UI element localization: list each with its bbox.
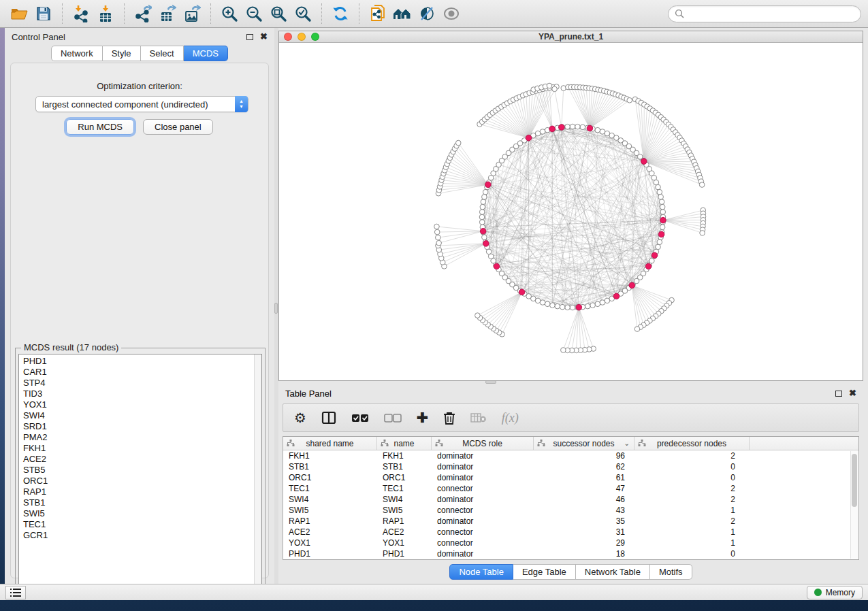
splitter-grip[interactable] xyxy=(274,303,278,314)
export-image-icon[interactable] xyxy=(180,3,204,24)
network-graph-canvas[interactable] xyxy=(279,43,863,380)
network-view-title: YPA_prune.txt_1 xyxy=(279,32,863,42)
open-folder-icon[interactable] xyxy=(7,3,31,24)
table-cell: 0 xyxy=(634,472,750,483)
mcds-result-item[interactable]: ORC1 xyxy=(23,476,261,486)
mcds-result-item[interactable]: PHD1 xyxy=(23,356,261,367)
search-box[interactable] xyxy=(668,5,861,22)
table-row[interactable]: ORC1ORC1dominator610 xyxy=(283,472,858,483)
table-row[interactable]: YOX1YOX1connector291 xyxy=(283,538,858,548)
table-row[interactable]: SWI5SWI5connector431 xyxy=(283,505,858,516)
tab-node-table[interactable]: Node Table xyxy=(449,564,513,580)
tab-style[interactable]: Style xyxy=(103,46,141,61)
tab-network-table[interactable]: Network Table xyxy=(576,564,650,580)
refresh-icon[interactable] xyxy=(328,3,353,24)
table-cell: connector xyxy=(432,483,534,494)
mcds-result-item[interactable]: SWI5 xyxy=(23,508,261,519)
delete-icon[interactable] xyxy=(443,408,455,428)
mcds-result-item[interactable]: PMA2 xyxy=(23,432,261,443)
mcds-result-list[interactable]: PHD1CAR1STP4TID3YOX1SWI4SRD1PMA2FKH1ACE2… xyxy=(18,354,262,596)
select-all-icon[interactable] xyxy=(351,408,369,428)
float-panel-icon[interactable] xyxy=(246,34,253,40)
zoom-out-icon[interactable] xyxy=(242,3,266,24)
mcds-result-item[interactable]: STP4 xyxy=(23,378,261,389)
columns-icon[interactable] xyxy=(321,408,336,428)
column-label: name xyxy=(393,439,414,448)
table-scrollbar[interactable] xyxy=(850,451,858,559)
export-network-icon[interactable] xyxy=(131,3,155,24)
table-cell: 2 xyxy=(634,450,750,461)
mcds-result-item[interactable]: STB5 xyxy=(23,465,261,476)
mcds-result-item[interactable]: ACE2 xyxy=(23,454,261,465)
zoom-in-icon[interactable] xyxy=(217,3,242,24)
add-column-icon[interactable]: ✚ xyxy=(417,408,428,428)
table-row[interactable]: FKH1FKH1dominator962 xyxy=(283,450,858,461)
node-table: shared namenameMCDS rolesuccessor nodes⌄… xyxy=(283,436,859,560)
optimization-criterion-dropdown[interactable]: largest connected component (undirected)… xyxy=(35,96,248,112)
mcds-result-item[interactable]: SRD1 xyxy=(23,421,261,432)
hide-graphics-details-icon[interactable] xyxy=(415,3,439,24)
column-header-shared-name[interactable]: shared name xyxy=(283,437,377,450)
zoom-selected-icon[interactable] xyxy=(291,3,315,24)
import-network-icon[interactable] xyxy=(69,3,93,24)
mcds-tab-content: Optimization criterion: largest connecte… xyxy=(10,63,269,578)
mcds-result-item[interactable]: YOX1 xyxy=(23,399,261,410)
close-panel-icon[interactable]: ✖ xyxy=(260,33,268,40)
tab-select[interactable]: Select xyxy=(141,46,184,61)
float-panel-icon[interactable] xyxy=(835,391,842,397)
mcds-result-item[interactable]: GCR1 xyxy=(23,530,261,541)
search-input[interactable] xyxy=(688,9,854,18)
zoom-fit-icon[interactable] xyxy=(266,3,291,24)
table-row[interactable]: RAP1RAP1dominator352 xyxy=(283,516,858,527)
close-panel-icon[interactable]: ✖ xyxy=(849,390,856,397)
table-row[interactable]: ACE2ACE2connector311 xyxy=(283,527,858,538)
main-toolbar xyxy=(0,0,868,28)
table-row[interactable]: SWI4SWI4dominator462 xyxy=(283,494,858,505)
mcds-result-title: MCDS result (17 nodes) xyxy=(21,342,121,352)
table-cell: FKH1 xyxy=(283,450,377,461)
tab-edge-table[interactable]: Edge Table xyxy=(513,564,576,580)
mcds-list-scrollbar[interactable] xyxy=(254,354,261,595)
mcds-result-item[interactable]: TID3 xyxy=(23,389,261,399)
show-eye-icon[interactable] xyxy=(439,3,464,24)
table-row[interactable]: STB1STB1dominator620 xyxy=(283,461,858,472)
mcds-result-group: MCDS result (17 nodes) PHD1CAR1STP4TID3Y… xyxy=(15,348,266,599)
table-cell: YOX1 xyxy=(283,538,377,548)
export-network-document-icon[interactable] xyxy=(366,3,390,24)
mcds-result-item[interactable]: RAP1 xyxy=(23,486,261,497)
home-networks-icon[interactable] xyxy=(390,3,415,24)
tab-motifs[interactable]: Motifs xyxy=(650,564,692,580)
run-mcds-button[interactable]: Run MCDS xyxy=(66,119,134,135)
table-cell: 43 xyxy=(534,505,634,516)
import-table-icon[interactable] xyxy=(93,3,118,24)
column-label: predecessor nodes xyxy=(657,439,726,448)
column-header-successor-nodes[interactable]: successor nodes⌄ xyxy=(534,437,634,450)
table-cell: 1 xyxy=(634,527,750,538)
table-cell: RAP1 xyxy=(377,516,432,527)
sort-descending-icon: ⌄ xyxy=(624,440,630,447)
deselect-all-icon[interactable] xyxy=(384,408,402,428)
export-table-icon[interactable] xyxy=(155,3,180,24)
column-header-name[interactable]: name xyxy=(377,437,432,450)
table-cell: RAP1 xyxy=(283,516,377,527)
mcds-result-item[interactable]: CAR1 xyxy=(23,367,261,378)
task-history-button[interactable] xyxy=(5,586,26,599)
column-header-MCDS-role[interactable]: MCDS role xyxy=(432,437,534,450)
column-header-predecessor-nodes[interactable]: predecessor nodes xyxy=(634,437,750,450)
mcds-result-item[interactable]: SWI4 xyxy=(23,410,261,421)
status-bar: Memory xyxy=(0,584,868,600)
close-panel-button[interactable]: Close panel xyxy=(143,119,213,135)
save-icon[interactable] xyxy=(31,3,56,24)
mcds-result-item[interactable]: TEC1 xyxy=(23,519,261,530)
mcds-result-item[interactable]: STB1 xyxy=(23,497,261,508)
table-cell: ACE2 xyxy=(283,527,377,538)
table-cell: STB1 xyxy=(283,461,377,472)
tab-network[interactable]: Network xyxy=(51,46,103,61)
gear-icon[interactable]: ⚙ xyxy=(294,408,306,428)
table-row[interactable]: PHD1PHD1dominator180 xyxy=(283,548,858,559)
scrollbar-thumb[interactable] xyxy=(852,454,857,507)
mcds-result-item[interactable]: FKH1 xyxy=(23,443,261,454)
memory-button[interactable]: Memory xyxy=(807,586,863,599)
table-row[interactable]: TEC1TEC1connector472 xyxy=(283,483,858,494)
tab-mcds[interactable]: MCDS xyxy=(184,46,228,61)
